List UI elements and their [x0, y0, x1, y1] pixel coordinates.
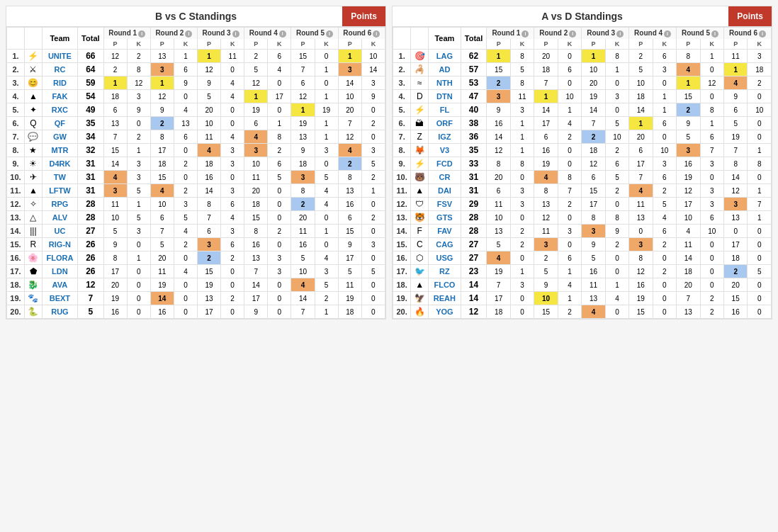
team-name: GW: [42, 130, 77, 144]
kill-points: 1: [510, 265, 534, 278]
info-icon[interactable]: i: [373, 30, 380, 38]
placement-points: 3: [629, 238, 653, 251]
kill-points: 0: [510, 211, 534, 225]
points-button[interactable]: Points: [728, 6, 772, 26]
rank-cell: 7.: [7, 130, 25, 144]
kill-points: 0: [653, 278, 676, 292]
kill-points: 5: [127, 211, 150, 225]
team-logo: ★: [25, 144, 43, 157]
table-row: 19.🐾BEXT7190140132170142190: [7, 292, 385, 305]
info-icon[interactable]: i: [232, 30, 239, 38]
placement-points: 19: [487, 265, 510, 278]
kill-points: 0: [558, 144, 581, 157]
kill-points: 0: [361, 103, 385, 117]
table-row: 9.☀D4RK3114318218310618025: [7, 157, 385, 171]
kill-points: 1: [748, 144, 772, 157]
rank-cell: 16.: [393, 251, 411, 265]
info-icon[interactable]: i: [138, 30, 145, 38]
pk-header: K: [221, 39, 244, 50]
placement-points: 17: [677, 198, 700, 211]
placement-points: 19: [244, 103, 268, 117]
table-row: 17.⬟LDN261701141507310355: [7, 265, 385, 278]
total-points: 12: [461, 305, 487, 319]
kill-points: 3: [653, 157, 676, 171]
kill-points: 6: [268, 50, 291, 63]
kill-points: 0: [510, 292, 534, 305]
placement-points: 4: [582, 305, 605, 319]
rank-cell: 5.: [393, 103, 411, 117]
kill-points: 0: [558, 157, 581, 171]
info-icon[interactable]: i: [664, 30, 671, 38]
team-logo: ✦: [25, 103, 43, 117]
info-icon[interactable]: i: [185, 30, 192, 38]
placement-points: 15: [487, 63, 510, 77]
kill-points: 0: [558, 50, 581, 63]
placement-points: 5: [103, 225, 127, 238]
total-points: 5: [78, 305, 103, 319]
team-name: TW: [42, 171, 77, 184]
round-header: Round 5i: [291, 28, 338, 40]
total-points: 26: [78, 238, 103, 251]
kill-points: 2: [127, 130, 150, 144]
rank-cell: 7.: [393, 130, 411, 144]
rank-cell: 16.: [7, 251, 25, 265]
pk-header: P: [197, 39, 220, 50]
table-row: 2.⚔RC6428361205471314: [7, 63, 385, 77]
kill-points: 4: [315, 184, 338, 198]
kill-points: 5: [605, 171, 628, 184]
kill-points: 4: [605, 292, 628, 305]
placement-points: 17: [244, 292, 268, 305]
points-button[interactable]: Points: [342, 6, 385, 26]
team-name: CAG: [429, 238, 461, 251]
kill-points: 2: [510, 225, 534, 238]
team-name: D4RK: [42, 157, 77, 171]
total-points: 34: [78, 130, 103, 144]
rank-cell: 9.: [7, 157, 25, 171]
placement-points: 14: [723, 171, 747, 184]
table-row: 7.ZIGZ361416221020056190: [393, 130, 772, 144]
info-icon[interactable]: i: [616, 30, 624, 38]
kill-points: 8: [700, 103, 723, 117]
info-icon[interactable]: i: [569, 30, 576, 38]
kill-points: 9: [605, 225, 628, 238]
placement-points: 1: [534, 90, 558, 103]
placement-points: 3: [677, 144, 700, 157]
team-logo: Q: [25, 117, 43, 130]
kill-points: 6: [653, 225, 676, 238]
kill-points: 0: [174, 278, 197, 292]
placement-points: 1: [487, 50, 510, 63]
kill-points: 0: [268, 278, 291, 292]
placement-points: 15: [534, 305, 558, 319]
placement-points: 7: [677, 292, 700, 305]
info-icon[interactable]: i: [279, 30, 286, 38]
total-points: 31: [78, 171, 103, 184]
total-points: 12: [78, 278, 103, 292]
info-icon[interactable]: i: [711, 30, 718, 38]
kill-points: 3: [510, 184, 534, 198]
rank-cell: 12.: [393, 198, 411, 211]
placement-points: 5: [338, 265, 361, 278]
placement-points: 9: [582, 238, 605, 251]
info-icon[interactable]: i: [522, 30, 529, 38]
rank-cell: 20.: [7, 305, 25, 319]
placement-points: 20: [534, 50, 558, 63]
rank-cell: 13.: [393, 211, 411, 225]
placement-points: 14: [291, 292, 315, 305]
kill-points: 0: [653, 130, 676, 144]
info-icon[interactable]: i: [759, 30, 766, 38]
team-name: GTS: [429, 211, 461, 225]
kill-points: 2: [510, 238, 534, 251]
table-row: 1.🎯LAG6218200182681113: [393, 50, 772, 63]
info-icon[interactable]: i: [326, 30, 333, 38]
kill-points: 3: [221, 157, 244, 171]
kill-points: 0: [127, 305, 150, 319]
table-row: 8.🦊V3351211601826103771: [393, 144, 772, 157]
right-standings-block: A vs D StandingsPointsTeamTotalRound 1iR…: [392, 6, 772, 319]
kill-points: 1: [268, 117, 291, 130]
kill-points: 2: [174, 157, 197, 171]
kill-points: 2: [653, 184, 676, 198]
kill-points: 3: [510, 103, 534, 117]
placement-points: 14: [150, 292, 174, 305]
team-name: FCD: [429, 157, 461, 171]
placement-points: 8: [197, 198, 220, 211]
